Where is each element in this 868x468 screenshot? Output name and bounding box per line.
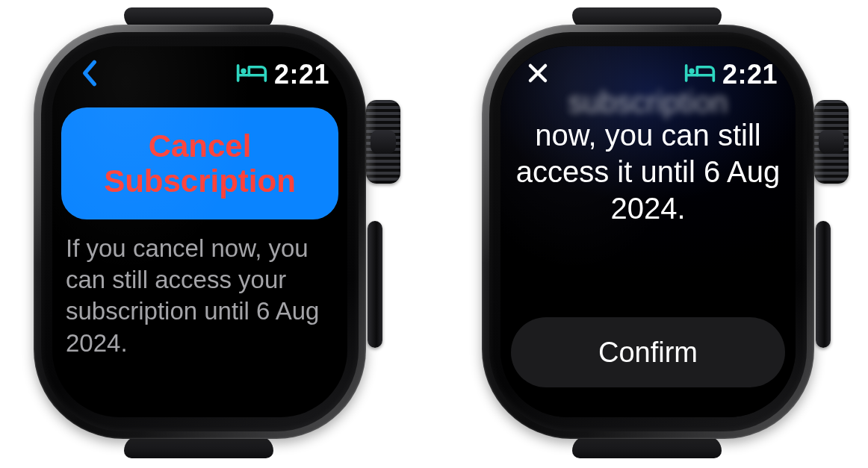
watch-device-right: 2:21 subscription now, you can still acc…	[456, 0, 859, 468]
side-button[interactable]	[816, 221, 831, 348]
watch-device-left: 2:21 Cancel Subscription If you cancel n…	[7, 0, 411, 468]
watch-screen-cancel: 2:21 Cancel Subscription If you cancel n…	[52, 46, 347, 417]
svg-point-0	[241, 69, 246, 74]
side-button[interactable]	[368, 221, 382, 348]
watch-screen-confirm: 2:21 subscription now, you can still acc…	[500, 46, 796, 417]
bed-icon	[235, 62, 268, 87]
watch-lug-bottom	[572, 436, 722, 458]
svg-point-3	[689, 69, 694, 74]
confirm-button[interactable]: Confirm	[511, 317, 785, 387]
watch-lug-bottom	[124, 436, 273, 458]
confirm-body-blurred-line: subscription	[512, 85, 784, 120]
digital-crown[interactable]	[366, 100, 400, 184]
cancel-subscription-label: Cancel Subscription	[104, 128, 296, 199]
cancel-description-text: If you cancel now, you can still access …	[61, 233, 338, 359]
status-time: 2:21	[274, 59, 329, 90]
digital-crown[interactable]	[814, 100, 849, 184]
confirm-body-text: now, you can still access it until 6 Aug…	[512, 117, 784, 226]
cancel-subscription-button[interactable]: Cancel Subscription	[61, 107, 338, 219]
confirm-body: subscription now, you can still access i…	[512, 85, 784, 227]
chevron-left-icon	[80, 59, 99, 90]
back-button[interactable]	[70, 55, 109, 94]
confirm-button-label: Confirm	[598, 337, 698, 369]
bed-icon	[683, 62, 716, 87]
status-bar: 2:21	[52, 55, 347, 94]
